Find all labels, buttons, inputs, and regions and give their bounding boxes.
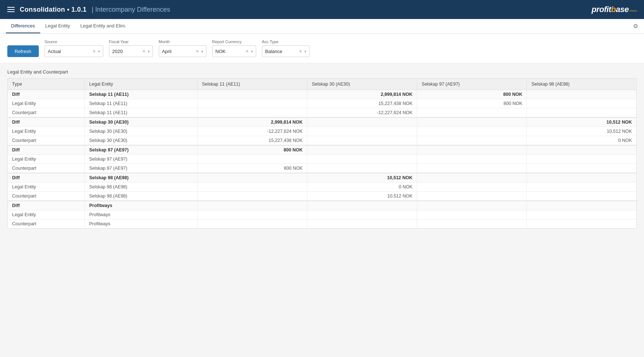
source-clear-icon[interactable]: × bbox=[93, 49, 96, 54]
cell-value bbox=[197, 108, 307, 118]
report-currency-arrow-icon[interactable]: ▾ bbox=[251, 49, 253, 53]
cell-type: Legal Entity bbox=[8, 127, 85, 136]
cell-value bbox=[307, 155, 417, 164]
cell-type: Legal Entity bbox=[8, 210, 85, 219]
table-row: Legal EntitySelskap 97 (AE97) bbox=[8, 155, 636, 164]
section-title: Legal Entity and Counterpart bbox=[7, 69, 637, 75]
fiscal-year-select[interactable]: 2020 × ▾ bbox=[109, 45, 153, 57]
cell-entity[interactable]: Selskap 30 (AE30) bbox=[85, 127, 197, 136]
table-row: DiffSelskap 97 (AE97)800 NOK bbox=[8, 145, 636, 155]
cell-value bbox=[307, 164, 417, 173]
cell-type: Counterpart bbox=[8, 136, 85, 146]
month-filter-group: Month April × ▾ bbox=[159, 40, 206, 57]
report-currency-clear-icon[interactable]: × bbox=[246, 49, 248, 54]
cell-type: Diff bbox=[8, 201, 85, 210]
fiscal-year-label: Fiscal Year bbox=[109, 40, 153, 44]
fiscal-year-arrow-icon[interactable]: ▾ bbox=[148, 49, 150, 53]
month-select[interactable]: April × ▾ bbox=[159, 45, 206, 57]
cell-value bbox=[417, 108, 527, 118]
table-row: DiffProfitways bbox=[8, 201, 636, 210]
cell-entity[interactable]: Profitways bbox=[85, 219, 197, 229]
source-filter-group: Source Actual × ▾ bbox=[45, 40, 103, 57]
cell-value bbox=[307, 201, 417, 210]
nav-bar: Differences Legal Entity Legal Entity an… bbox=[0, 19, 644, 34]
tab-differences[interactable]: Differences bbox=[6, 19, 40, 33]
cell-value bbox=[197, 201, 307, 210]
cell-type: Counterpart bbox=[8, 164, 85, 173]
cell-entity[interactable]: Selskap 30 (AE30) bbox=[85, 136, 197, 146]
cell-value: 800 NOK bbox=[197, 145, 307, 155]
acc-type-label: Acc.Type bbox=[262, 40, 310, 44]
table-row: DiffSelskap 11 (AE11)2,999,814 NOK800 NO… bbox=[8, 90, 636, 99]
table-row: CounterpartSelskap 30 (AE30)15,227,438 N… bbox=[8, 136, 636, 146]
cell-value: 800 NOK bbox=[417, 90, 527, 99]
report-currency-select[interactable]: NOK × ▾ bbox=[212, 45, 256, 57]
cell-value bbox=[527, 145, 636, 155]
cell-value bbox=[527, 90, 636, 99]
refresh-button[interactable]: Refresh bbox=[7, 45, 39, 57]
cell-entity: Selskap 30 (AE30) bbox=[85, 117, 197, 127]
cell-value bbox=[197, 173, 307, 183]
cell-entity[interactable]: Selskap 97 (AE97) bbox=[85, 155, 197, 164]
cell-value bbox=[417, 219, 527, 229]
cell-entity[interactable]: Profitways bbox=[85, 210, 197, 219]
cell-value bbox=[197, 99, 307, 108]
table-row: CounterpartSelskap 11 (AE11)-12,227,624 … bbox=[8, 108, 636, 118]
cell-value bbox=[527, 155, 636, 164]
cell-value: 800 NOK bbox=[197, 164, 307, 173]
cell-entity: Selskap 97 (AE97) bbox=[85, 145, 197, 155]
cell-value bbox=[417, 201, 527, 210]
cell-entity[interactable]: Selskap 11 (AE11) bbox=[85, 99, 197, 108]
cell-value bbox=[197, 183, 307, 192]
cell-value bbox=[307, 117, 417, 127]
tab-legal-entity[interactable]: Legal Entity bbox=[40, 19, 75, 33]
cell-value bbox=[417, 183, 527, 192]
cell-entity[interactable]: Selskap 98 (AE98) bbox=[85, 183, 197, 192]
source-select[interactable]: Actual × ▾ bbox=[45, 45, 103, 57]
table-row: CounterpartSelskap 98 (AE98)10,512 NOK bbox=[8, 192, 636, 201]
report-currency-value: NOK bbox=[216, 49, 244, 54]
cell-value bbox=[307, 219, 417, 229]
cell-type: Legal Entity bbox=[8, 99, 85, 108]
cell-entity[interactable]: Selskap 97 (AE97) bbox=[85, 164, 197, 173]
cell-type: Counterpart bbox=[8, 219, 85, 229]
cell-value bbox=[417, 210, 527, 219]
cell-value: -12,227,624 NOK bbox=[197, 127, 307, 136]
cell-value bbox=[417, 155, 527, 164]
source-arrow-icon[interactable]: ▾ bbox=[98, 49, 100, 53]
month-arrow-icon[interactable]: ▾ bbox=[201, 49, 203, 53]
acc-type-clear-icon[interactable]: × bbox=[299, 49, 302, 54]
cell-type: Counterpart bbox=[8, 108, 85, 118]
cell-value: 10,512 NOK bbox=[307, 192, 417, 201]
cell-value bbox=[417, 164, 527, 173]
cell-value bbox=[197, 210, 307, 219]
table-row: Legal EntitySelskap 11 (AE11)15,227,438 … bbox=[8, 99, 636, 108]
cell-value bbox=[307, 145, 417, 155]
main-content: Legal Entity and Counterpart Type Legal … bbox=[0, 63, 644, 357]
fiscal-year-clear-icon[interactable]: × bbox=[142, 49, 145, 54]
cell-entity[interactable]: Selskap 11 (AE11) bbox=[85, 108, 197, 118]
menu-icon[interactable] bbox=[7, 7, 15, 12]
report-currency-label: Report Currency bbox=[212, 40, 256, 44]
acc-type-filter-group: Acc.Type Balance × ▾ bbox=[262, 40, 310, 57]
cell-entity: Profitways bbox=[85, 201, 197, 210]
cell-type: Diff bbox=[8, 173, 85, 183]
fiscal-year-value: 2020 bbox=[112, 49, 141, 54]
cell-type: Legal Entity bbox=[8, 155, 85, 164]
cell-value bbox=[417, 117, 527, 127]
cell-entity[interactable]: Selskap 98 (AE98) bbox=[85, 192, 197, 201]
month-label: Month bbox=[159, 40, 206, 44]
cell-value bbox=[197, 192, 307, 201]
col-selskap98: Selskap 98 (AE98) bbox=[527, 79, 636, 90]
source-label: Source bbox=[45, 40, 103, 44]
acc-type-arrow-icon[interactable]: ▾ bbox=[304, 49, 306, 53]
tab-legal-entity-elim[interactable]: Legal Entity and Elim. bbox=[75, 19, 131, 33]
acc-type-select[interactable]: Balance × ▾ bbox=[262, 45, 310, 57]
cell-value bbox=[527, 173, 636, 183]
filter-bar: Refresh Source Actual × ▾ Fiscal Year 20… bbox=[0, 34, 644, 63]
source-value: Actual bbox=[48, 49, 91, 54]
cell-value: 2,999,814 NOK bbox=[307, 90, 417, 99]
logo: profitbase═══ bbox=[592, 5, 637, 14]
settings-icon[interactable]: ⚙ bbox=[633, 23, 638, 30]
month-clear-icon[interactable]: × bbox=[196, 49, 199, 54]
